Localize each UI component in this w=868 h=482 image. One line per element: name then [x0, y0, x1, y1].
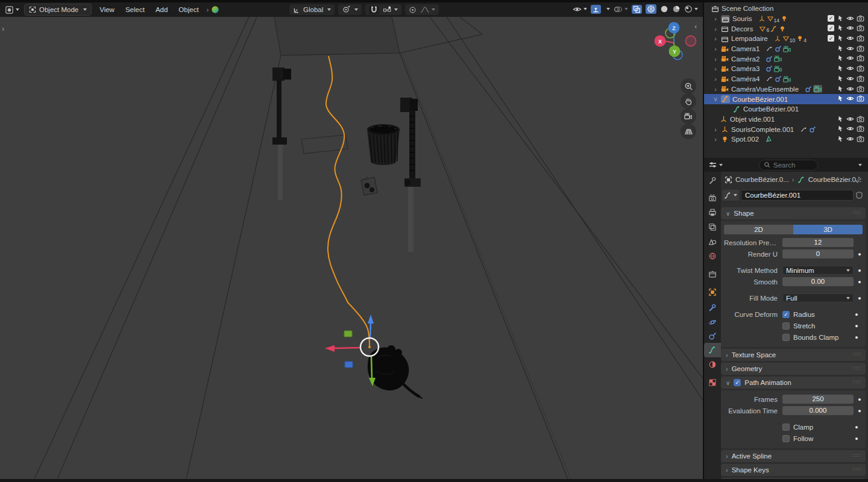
eye-icon[interactable]	[846, 54, 854, 62]
camera-restrict-icon[interactable]	[857, 45, 864, 52]
cursor-icon[interactable]	[837, 95, 844, 102]
follow-checkbox[interactable]	[782, 435, 790, 442]
fill-mode-select[interactable]: Full	[782, 293, 854, 302]
active-spline-panel-header[interactable]: › Active Spline ∷∷	[721, 450, 866, 462]
eye-icon[interactable]	[846, 85, 854, 93]
expand-icon[interactable]: ›	[712, 65, 719, 72]
tab-physics-icon[interactable]	[704, 315, 721, 330]
collection-checkbox[interactable]: ✓	[828, 25, 834, 31]
geometry-panel-header[interactable]: › Geometry ∷∷	[721, 363, 866, 375]
ortho-grid-button[interactable]	[681, 124, 696, 139]
shading-rendered-icon[interactable]	[684, 5, 698, 13]
cursor-icon[interactable]	[837, 75, 844, 83]
panel-grip-icon[interactable]: ∷∷	[854, 210, 861, 216]
expand-icon[interactable]: ›	[712, 15, 719, 22]
camera-restrict-icon[interactable]	[857, 95, 864, 102]
radius-checkbox[interactable]: ✓	[782, 311, 790, 318]
render-u-input[interactable]: 0	[782, 249, 854, 258]
frames-input[interactable]: 250	[782, 395, 854, 404]
cursor-icon[interactable]	[837, 54, 844, 62]
outliner-row-souriscomplete[interactable]: › SourisComplete.001	[704, 124, 868, 134]
panel-grip-icon[interactable]: ∷∷	[854, 379, 861, 385]
outliner-row-decors[interactable]: › Decors 6 ✓	[704, 23, 868, 34]
axis-x-neg-ball[interactable]	[686, 36, 696, 46]
mode-3d-button[interactable]: 3D	[793, 225, 863, 234]
tab-world-icon[interactable]	[704, 249, 721, 263]
pan-hand-button[interactable]	[681, 93, 696, 109]
twist-method-select[interactable]: Minimum	[782, 266, 854, 275]
expand-icon[interactable]: ›	[712, 45, 719, 52]
cursor-icon[interactable]	[837, 24, 844, 32]
collection-checkbox[interactable]: ✓	[828, 15, 834, 22]
stretch-checkbox[interactable]	[782, 322, 790, 330]
outliner-row-courbebezier[interactable]: ∨ CourbeBézier.001	[704, 94, 868, 104]
animate-dot[interactable]: ●	[854, 408, 866, 414]
camera-restrict-icon[interactable]	[857, 24, 864, 32]
tab-scene-icon[interactable]	[704, 234, 721, 249]
panel-grip-icon[interactable]: ∷∷	[854, 466, 861, 472]
bounds-clamp-checkbox[interactable]	[782, 334, 790, 341]
xray-icon[interactable]	[632, 5, 642, 14]
outliner-row-cameravueensemble[interactable]: › CaméraVueEnsemble	[704, 84, 868, 95]
tab-object-data-icon[interactable]	[704, 343, 721, 357]
camera-restrict-icon[interactable]	[857, 34, 864, 42]
animate-dot[interactable]: ●	[854, 251, 866, 257]
outliner-row-camera4[interactable]: › Caméra4	[704, 74, 868, 84]
expand-icon[interactable]: ›	[712, 136, 719, 143]
camera-restrict-icon[interactable]	[857, 85, 864, 93]
overlays-icon[interactable]	[614, 5, 628, 13]
camera-view-button[interactable]	[681, 108, 696, 124]
outliner-row-camera2[interactable]: › Caméra2	[704, 54, 868, 64]
cursor-icon[interactable]	[837, 45, 844, 52]
tab-material-icon[interactable]	[704, 357, 721, 372]
properties-editor-icon[interactable]	[708, 161, 723, 169]
expand-icon[interactable]: ›	[712, 86, 719, 93]
orientation-select[interactable]: Global	[289, 4, 335, 15]
gizmo-y-axis-arrow[interactable]	[371, 357, 372, 378]
shading-solid-icon[interactable]	[660, 5, 668, 13]
eye-icon[interactable]	[846, 135, 854, 143]
gizmo-icon[interactable]	[591, 5, 601, 14]
datablock-type-icon[interactable]	[722, 190, 739, 201]
snap-magnet-icon[interactable]	[369, 5, 379, 14]
cursor-icon[interactable]	[837, 85, 844, 93]
camera-restrict-icon[interactable]	[857, 54, 864, 62]
breadcrumb-data[interactable]: CourbeBézier.0...	[808, 176, 862, 183]
shading-wireframe-icon[interactable]	[646, 4, 656, 14]
zoom-button[interactable]	[681, 78, 696, 94]
eye-icon[interactable]	[846, 115, 854, 123]
outliner-row-curve-data[interactable]: CourbeBézier.001	[704, 104, 868, 114]
animate-dot[interactable]: ●	[851, 424, 863, 430]
mode-select[interactable]: Object Mode	[24, 4, 92, 16]
outliner-row-camera3[interactable]: › Caméra3	[704, 64, 868, 74]
expand-icon[interactable]: ›	[712, 55, 719, 63]
expand-icon[interactable]: ›	[712, 75, 719, 83]
editor-type-icon[interactable]	[5, 5, 19, 14]
tab-output-icon[interactable]	[704, 205, 721, 220]
clamp-checkbox[interactable]	[782, 424, 790, 431]
shading-material-icon[interactable]	[672, 5, 681, 13]
cursor-icon[interactable]	[837, 115, 844, 123]
tab-tool-icon[interactable]	[704, 174, 721, 188]
camera-restrict-icon[interactable]	[857, 115, 864, 123]
resolution-input[interactable]: 12	[782, 238, 854, 247]
texture-space-panel-header[interactable]: › Texture Space ∷∷	[721, 349, 866, 361]
tab-constraints-icon[interactable]	[704, 329, 721, 343]
expand-icon[interactable]: ›	[712, 35, 719, 42]
panel-grip-icon[interactable]: ∷∷	[854, 351, 861, 357]
snap-controls[interactable]	[365, 4, 401, 15]
eye-icon[interactable]	[846, 95, 854, 102]
gizmo-plane-xy-handle[interactable]	[344, 331, 352, 337]
eye-icon[interactable]	[846, 24, 854, 32]
path-animation-checkbox[interactable]: ✓	[734, 379, 741, 386]
gizmo-z-axis-arrow[interactable]	[370, 323, 371, 338]
smooth-input[interactable]: 0.00	[782, 277, 854, 286]
cursor-icon[interactable]	[837, 125, 844, 133]
eye-icon[interactable]	[846, 14, 854, 22]
evaluation-time-input[interactable]: 0.000	[782, 406, 854, 415]
menu-select[interactable]: Select	[120, 6, 150, 13]
animate-dot[interactable]: ●	[851, 311, 863, 318]
tab-render-icon[interactable]	[704, 191, 721, 205]
tab-modifiers-icon[interactable]	[704, 301, 721, 315]
camera-restrict-icon[interactable]	[857, 64, 864, 72]
